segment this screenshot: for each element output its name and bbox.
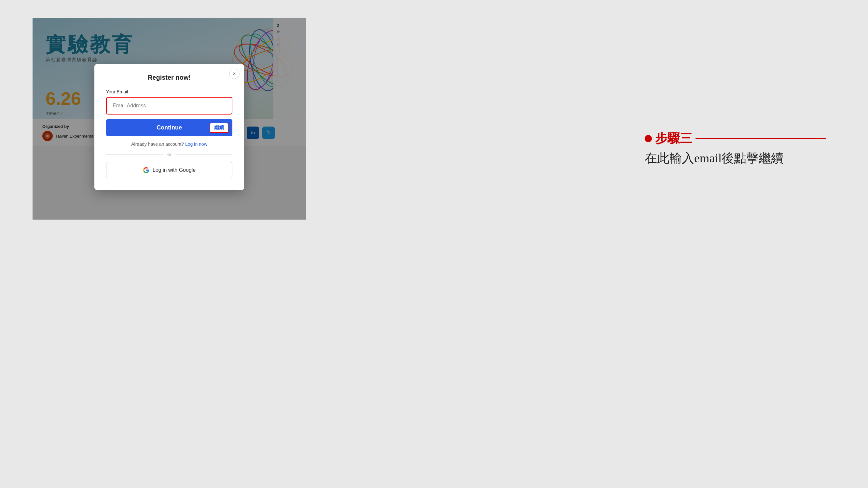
- modal-backdrop: × Register now! Your Email Continue 繼續 A…: [33, 18, 306, 236]
- google-btn-label: Log in with Google: [153, 167, 196, 173]
- divider-line-right: [175, 154, 232, 155]
- step-label: 步驟三: [655, 130, 692, 147]
- login-now-link[interactable]: Log in now: [185, 141, 207, 147]
- continue-badge: 繼續: [210, 123, 228, 133]
- red-dot: [645, 135, 652, 142]
- email-input-wrapper: [106, 97, 232, 115]
- divider-line-left: [106, 154, 163, 155]
- modal-close-button[interactable]: ×: [229, 69, 240, 79]
- email-field-label: Your Email: [106, 89, 232, 94]
- step-header: 步驟三: [645, 130, 826, 147]
- step-annotation: 步驟三 在此輸入email後點擊繼續: [645, 130, 826, 167]
- divider-row: or: [106, 152, 232, 157]
- email-input[interactable]: [107, 98, 231, 113]
- close-icon: ×: [233, 71, 236, 77]
- continue-button[interactable]: Continue 繼續: [106, 119, 232, 136]
- step-description: 在此輸入email後點擊繼續: [645, 150, 826, 167]
- red-horizontal-line: [695, 138, 826, 139]
- already-account-text: Already have an account?: [131, 141, 184, 147]
- google-login-button[interactable]: Log in with Google: [106, 162, 232, 178]
- register-modal: × Register now! Your Email Continue 繼續 A…: [94, 64, 244, 190]
- modal-title: Register now!: [106, 74, 232, 82]
- login-row: Already have an account? Log in now: [106, 141, 232, 147]
- google-icon: [143, 167, 149, 173]
- continue-button-label: Continue: [157, 124, 182, 131]
- divider-text: or: [167, 152, 171, 157]
